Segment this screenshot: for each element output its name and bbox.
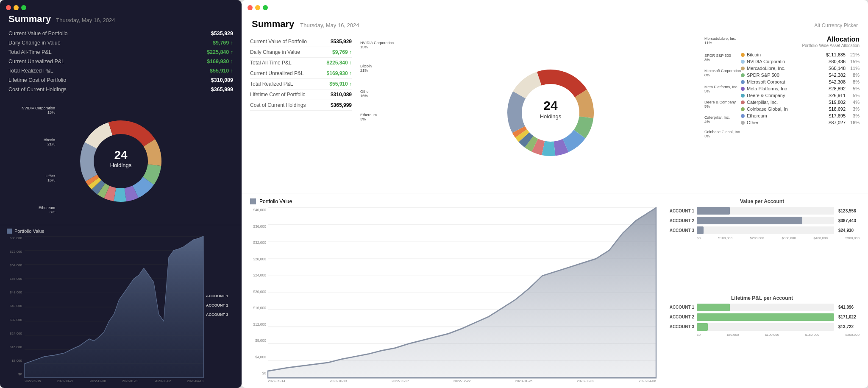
left-account-legend: ACCOUNT 1 ACCOUNT 2 ACCOUNT 3	[206, 236, 235, 383]
stat-row-5: Lifetime Cost of Portfolio $310,089	[8, 75, 233, 85]
right-stat-6: Cost of Current Holdings $365,999	[250, 100, 352, 111]
vpa-bar-0	[697, 207, 730, 215]
right-bar-charts: Value per Account ACCOUNT 1 $123,556 ACC…	[665, 193, 860, 388]
pl-bar-1	[697, 313, 834, 321]
pl-bar-2	[697, 323, 708, 331]
maximize-button-left[interactable]	[21, 5, 26, 10]
alloc-row-0: Bitcoin $111,635 21%	[741, 51, 860, 58]
alloc-row-10: Other $87,027 16%	[741, 119, 860, 126]
vpa-bar-1	[697, 217, 802, 224]
vpa-row-0: ACCOUNT 1 $123,556	[665, 207, 860, 215]
portfolio-chart-title: Portfolio Value	[14, 229, 45, 234]
donut-right-labels: MercadoLibre, Inc. 11% SPDR S&P 500 8% M…	[704, 36, 741, 138]
alloc-row-8: Coinbase Global, In $18,692 3%	[741, 106, 860, 112]
allocation-subtitle: Portfolio-Wide Asset Allocation	[741, 43, 860, 48]
left-panel: Summary Thursday, May 16, 2024 Current V…	[0, 0, 242, 388]
alloc-row-1: NVIDIA Corporatio $80,436 15%	[741, 58, 860, 65]
left-portfolio-section: Portfolio Value $80,000 $72,000 $64,000 …	[0, 225, 242, 388]
stat-row-3: Current Unrealized P&L $169,930 ↑	[8, 57, 233, 66]
left-y-axis: $80,000 $72,000 $64,000 $56,000 $48,000 …	[7, 236, 22, 383]
stat-row-1: Daily Change in Value $9,769 ↑	[8, 38, 233, 47]
value-per-account-section: Value per Account ACCOUNT 1 $123,556 ACC…	[665, 198, 860, 287]
stat-row-0: Current Value of Portfolio $535,929	[8, 29, 233, 38]
portfolio-legend-box-right	[250, 198, 256, 204]
right-title: Summary	[252, 19, 294, 30]
pl-per-account-section: Lifetime P&L per Account ACCOUNT 1 $41,0…	[665, 295, 860, 383]
left-title: Summary	[8, 14, 51, 25]
vpa-x-axis: $0 $100,000 $200,000 $300,000 $400,000 $…	[665, 236, 860, 240]
right-allocation-section: Allocation Portfolio-Wide Asset Allocati…	[741, 32, 860, 193]
donut-labels-left: NVIDIA Corporation 15% Bitcoin 21% Other…	[4, 98, 55, 214]
pl-x-axis: $0 $50,000 $100,000 $150,000 $200,000	[665, 333, 860, 337]
window-controls-right	[242, 0, 868, 14]
pl-per-account-title: Lifetime P&L per Account	[665, 295, 860, 301]
svg-text:Holdings: Holdings	[540, 113, 562, 120]
right-stat-0: Current Value of Portfolio $535,929	[250, 36, 352, 47]
svg-text:24: 24	[543, 98, 558, 112]
portfolio-legend-box	[7, 229, 12, 234]
maximize-button-right[interactable]	[263, 5, 268, 10]
pl-row-2: ACCOUNT 3 $13,722	[665, 323, 860, 331]
pl-bar-0	[697, 304, 730, 311]
alloc-row-4: Microsoft Corporat $42,308 8%	[741, 78, 860, 85]
close-button-left[interactable]	[6, 5, 11, 10]
left-header: Summary Thursday, May 16, 2024	[0, 14, 242, 29]
right-bottom-section: Portfolio Value $40,000 $36,000 $32,000 …	[242, 193, 868, 388]
right-stat-3: Current Unrealized P&L $169,930 ↑	[250, 68, 352, 79]
right-stat-1: Daily Change in Value $9,769 ↑	[250, 47, 352, 58]
alloc-row-5: Meta Platforms, Inc $28,892 5%	[741, 85, 860, 92]
donut-left-labels: NVIDIA Corporation 15% Bitcoin 21% Other…	[360, 41, 394, 121]
vpa-row-2: ACCOUNT 3 $24,930	[665, 226, 860, 234]
minimize-button-right[interactable]	[255, 5, 260, 10]
close-button-right[interactable]	[248, 5, 253, 10]
pl-row-1: ACCOUNT 2 $171,022	[665, 313, 860, 321]
minimize-button-left[interactable]	[14, 5, 19, 10]
vpa-bar-2	[697, 226, 704, 234]
value-per-account-title: Value per Account	[665, 198, 860, 204]
right-header: Summary Thursday, May 16, 2024 Alt Curre…	[242, 14, 868, 32]
right-stat-4: Total Realized P&L $55,910 ↑	[250, 79, 352, 89]
vpa-row-1: ACCOUNT 2 $387,443	[665, 217, 860, 224]
left-donut-chart: 24 Holdings	[74, 114, 167, 208]
alloc-row-7: Caterpillar, Inc. $19,802 4%	[741, 99, 860, 106]
right-x-axis: 2022-09-14 2022-10-13 2022-11-17 2022-12…	[268, 379, 656, 383]
alt-currency-picker[interactable]: Alt Currency Picker	[814, 22, 858, 28]
svg-text:24: 24	[114, 148, 128, 162]
right-stat-5: Lifetime Cost of Portfolio $310,089	[250, 89, 352, 100]
allocation-title: Allocation	[741, 36, 860, 43]
right-donut-chart: 24 Holdings	[500, 53, 601, 172]
right-stat-2: Total All-Time P&L $225,840 ↑	[250, 58, 352, 68]
right-portfolio-chart: Portfolio Value $40,000 $36,000 $32,000 …	[250, 193, 656, 388]
alloc-row-9: Ethereum $17,695 3%	[741, 112, 860, 119]
right-y-axis: $40,000 $36,000 $32,000 $28,000 $24,000 …	[250, 208, 266, 383]
stat-row-2: Total All-Time P&L $225,840 ↑	[8, 47, 233, 57]
alloc-row-2: MercadoLibre, Inc. $60,148 11%	[741, 65, 860, 72]
right-date: Thursday, May 16, 2024	[300, 22, 359, 28]
left-area-chart	[25, 236, 203, 378]
right-top-section: Current Value of Portfolio $535,929 Dail…	[242, 32, 868, 193]
right-stats-section: Current Value of Portfolio $535,929 Dail…	[250, 32, 360, 193]
stat-row-4: Total Realized P&L $55,910 ↑	[8, 66, 233, 75]
portfolio-legend-label: Portfolio Value	[259, 198, 292, 204]
right-panel: Summary Thursday, May 16, 2024 Alt Curre…	[242, 0, 868, 388]
left-date: Thursday, May 16, 2024	[56, 17, 115, 23]
left-stats: Current Value of Portfolio $535,929 Dail…	[0, 29, 242, 98]
pl-row-0: ACCOUNT 1 $41,096	[665, 304, 860, 311]
left-donut-area: NVIDIA Corporation 15% Bitcoin 21% Other…	[4, 98, 237, 225]
right-area-chart	[268, 208, 656, 378]
stat-row-6: Cost of Current Holdings $365,999	[8, 85, 233, 94]
alloc-row-6: Deere & Company $26,911 5%	[741, 92, 860, 99]
right-donut-section: NVIDIA Corporation 15% Bitcoin 21% Other…	[360, 32, 741, 193]
window-controls-left	[0, 0, 242, 14]
svg-text:Holdings: Holdings	[110, 162, 132, 168]
left-x-axis: 2022-09-15 2022-10-27 2022-12-08 2023-01…	[25, 379, 203, 383]
alloc-row-3: SPDR S&P 500 $42,382 8%	[741, 72, 860, 78]
